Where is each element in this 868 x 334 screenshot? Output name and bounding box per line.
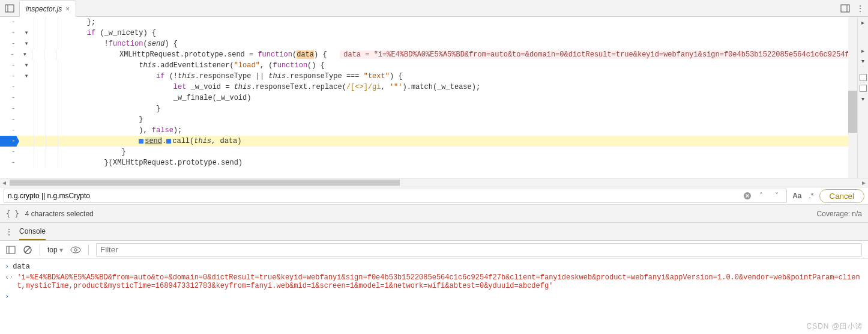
code-line[interactable]: -▾ this.addEventListener("load", (functi…	[0, 60, 857, 71]
vertical-scrollbar[interactable]	[848, 17, 857, 178]
value-tooltip: data = "i=%E4%BD%A0%E5%A5%BD&from=auto&t…	[340, 50, 857, 59]
step-marker-icon	[139, 139, 143, 144]
svg-point-10	[74, 248, 77, 251]
code-line[interactable]: - };	[0, 17, 857, 28]
code-text: _w_finale(_w_void)	[70, 93, 857, 103]
code-line[interactable]: - }(XMLHttpRequest.prototype.send)	[0, 157, 857, 168]
code-line[interactable]: - }	[0, 147, 857, 157]
console-input-row: ›data	[5, 261, 863, 272]
fold-toggle-icon[interactable]: ▾	[19, 60, 34, 71]
collapse-right-icon[interactable]: ▸	[861, 19, 864, 26]
console-prompt[interactable]: ›	[5, 291, 863, 302]
code-text: };	[70, 17, 857, 28]
code-line[interactable]: - _w_finale(_w_void)	[0, 93, 857, 103]
gutter[interactable]: -	[0, 71, 19, 82]
horizontal-scrollbar[interactable]: ◂ ▸	[0, 178, 868, 187]
live-expression-icon[interactable]	[70, 246, 81, 254]
console-text: 'i=%E4%BD%A0%E5%A5%BD&from=auto&to=&doma…	[17, 273, 863, 290]
gutter[interactable]: -	[0, 114, 19, 125]
pretty-print-icon[interactable]: { }	[6, 210, 19, 218]
code-text: }	[70, 103, 857, 114]
close-tab-icon[interactable]: ×	[65, 5, 70, 13]
fold-toggle-icon	[19, 157, 34, 168]
context-selector[interactable]: top ▾	[47, 246, 63, 254]
console-panel-toggle-icon[interactable]	[6, 245, 16, 255]
gutter[interactable]: -	[0, 147, 19, 157]
prompt-in-icon: ›	[5, 293, 9, 301]
console-output-row: ‹·'i=%E4%BD%A0%E5%A5%BD&from=auto&to=&do…	[5, 272, 863, 291]
fold-toggle-icon	[19, 114, 34, 125]
fold-toggle-icon	[19, 82, 34, 93]
svg-rect-2	[841, 5, 849, 12]
code-line[interactable]: -▾ if (_w_nicety) {	[0, 28, 857, 38]
search-input[interactable]	[8, 189, 740, 202]
fold-toggle-icon	[19, 17, 34, 28]
gutter[interactable]: -	[0, 103, 19, 114]
code-text: }	[70, 114, 857, 125]
code-text: if (_w_nicety) {	[70, 28, 857, 38]
search-bar: ˄ ˅ Aa .* Cancel	[0, 187, 868, 205]
code-text: XMLHttpRequest.prototype.send = function…	[68, 49, 857, 60]
fold-toggle-icon	[19, 136, 34, 147]
regex-button[interactable]: .*	[807, 192, 815, 200]
search-prev-icon[interactable]: ˄	[755, 192, 767, 200]
fold-toggle-icon[interactable]: ▾	[19, 28, 34, 38]
drawer-more-icon[interactable]: ⋮	[5, 227, 13, 237]
gutter[interactable]: -	[0, 157, 19, 168]
code-line[interactable]: - let _w_void = this.responseText.replac…	[0, 82, 857, 93]
gutter[interactable]: -	[0, 125, 19, 136]
fold-toggle-icon[interactable]: ▾	[18, 49, 31, 60]
console-output[interactable]: ›data‹·'i=%E4%BD%A0%E5%A5%BD&from=auto&t…	[0, 259, 868, 334]
prompt-out-icon: ‹·	[5, 273, 13, 282]
svg-line-8	[25, 247, 30, 252]
gutter[interactable]: -	[0, 49, 18, 60]
match-case-button[interactable]: Aa	[791, 192, 803, 200]
expand-down-icon[interactable]: ▾	[861, 58, 864, 64]
prompt-in-icon: ›	[5, 263, 9, 271]
gutter[interactable]: -	[0, 17, 19, 28]
code-line[interactable]: -▾ !function(send) {	[0, 38, 857, 49]
code-line[interactable]: - }	[0, 114, 857, 125]
fold-toggle-icon[interactable]: ▾	[19, 71, 34, 82]
gutter[interactable]: -	[0, 93, 19, 103]
gutter[interactable]: -	[0, 38, 19, 49]
watermark: CSDN @田小涛	[806, 321, 863, 332]
search-next-icon[interactable]: ˅	[771, 192, 783, 200]
code-line[interactable]: -▾ XMLHttpRequest.prototype.send = funct…	[0, 49, 857, 60]
clear-search-icon[interactable]	[743, 192, 752, 200]
code-text: }(XMLHttpRequest.prototype.send)	[70, 157, 857, 168]
more-options-icon[interactable]: ⋮	[856, 4, 864, 13]
gutter[interactable]: -	[0, 136, 19, 147]
selection-status: 4 characters selected	[25, 210, 94, 218]
cancel-search-button[interactable]: Cancel	[819, 189, 865, 203]
gutter[interactable]: -	[0, 60, 19, 71]
fold-toggle-icon	[19, 93, 34, 103]
code-line[interactable]: - send.call(this, data)	[0, 136, 857, 147]
svg-rect-5	[7, 246, 15, 254]
code-line[interactable]: -▾ if (!this.responseType || this.respon…	[0, 71, 857, 82]
right-panel-toggle-icon[interactable]	[840, 4, 850, 13]
clear-console-icon[interactable]	[23, 245, 32, 255]
code-line[interactable]: - }	[0, 103, 857, 114]
code-editor[interactable]: - };-▾ if (_w_nicety) {-▾ !function(send…	[0, 17, 857, 178]
code-text: let _w_void = this.responseText.replace(…	[70, 82, 857, 93]
step-control-icon[interactable]: ▸	[861, 47, 864, 54]
checkbox-pause-caught[interactable]	[860, 85, 867, 92]
file-tab-inspector[interactable]: inspector.js ×	[19, 1, 76, 17]
expand-down-icon-2[interactable]: ▾	[861, 96, 864, 102]
code-line[interactable]: - ), false);	[0, 125, 857, 136]
code-text: !function(send) {	[70, 38, 857, 49]
checkbox-pause-exceptions[interactable]	[860, 74, 867, 81]
gutter[interactable]: -	[0, 28, 19, 38]
fold-toggle-icon[interactable]: ▾	[19, 38, 34, 49]
step-marker-icon	[166, 139, 171, 144]
file-tab-label: inspector.js	[26, 5, 62, 13]
gutter[interactable]: -	[0, 82, 19, 93]
scroll-right-icon[interactable]: ▸	[862, 178, 866, 187]
console-drawer-tabs: ⋮ Console	[0, 223, 868, 241]
console-tab[interactable]: Console	[19, 223, 46, 240]
console-filter-input[interactable]	[96, 243, 862, 257]
coverage-status: Coverage: n/a	[817, 210, 862, 218]
scroll-left-icon[interactable]: ◂	[2, 178, 6, 187]
left-panel-toggle-icon[interactable]	[0, 0, 19, 16]
